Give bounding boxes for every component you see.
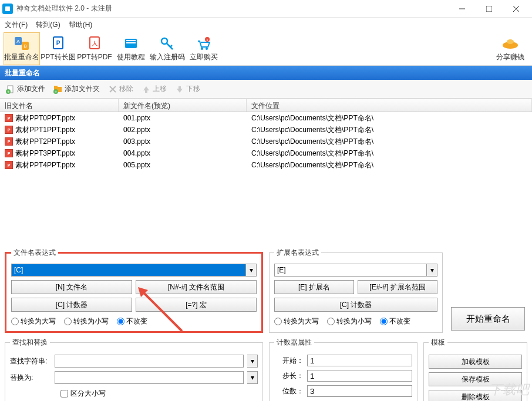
btn-insert-n[interactable]: [N] 文件名 xyxy=(11,280,132,294)
svg-text:A: A xyxy=(16,39,20,44)
table-header: 旧文件名 新文件名(预览) 文件位置 xyxy=(0,99,532,112)
svg-text:B: B xyxy=(23,43,26,49)
save-template-button[interactable]: 保存模板 xyxy=(429,372,522,386)
menu-file[interactable]: 文件(F) xyxy=(5,20,28,30)
svg-point-24 xyxy=(507,39,514,44)
section-title: 批量重命名 xyxy=(5,68,40,78)
tool-ppt-longimage[interactable]: P PPT转长图 xyxy=(40,32,76,65)
radio-ext-lower[interactable]: 转换为小写 xyxy=(327,316,372,326)
add-file-button[interactable]: + 添加文件 xyxy=(4,83,48,95)
extension-expression-legend: 扩展名表达式 xyxy=(274,248,321,258)
close-icon xyxy=(513,6,519,12)
move-up-button[interactable]: 上移 xyxy=(139,83,169,95)
filename-expression-input[interactable] xyxy=(11,264,246,277)
delete-template-button[interactable]: 删除模板 xyxy=(429,390,522,401)
extension-expression-group: 扩展名表达式 ▾ [E] 扩展名 [E#-#] 扩展名范围 [C] 计数器 转换… xyxy=(269,248,443,333)
maximize-icon xyxy=(486,6,492,12)
ppt-pdf-icon: 人 xyxy=(87,35,102,52)
extension-expression-dropdown[interactable]: ▾ xyxy=(427,264,437,277)
table-row[interactable]: P素材PPT1PPT.pptx002.pptxC:\Users\pc\Docum… xyxy=(0,124,532,136)
ppt-file-icon: P xyxy=(5,137,13,146)
ppt-file-icon: P xyxy=(5,114,13,122)
minimize-icon xyxy=(459,6,465,12)
ppt-file-icon: P xyxy=(5,161,13,169)
book-icon xyxy=(123,35,139,52)
replace-input[interactable] xyxy=(55,371,244,384)
action-bar: + 添加文件 + 添加文件夹 移除 上移 下移 xyxy=(0,80,532,99)
add-folder-button[interactable]: + 添加文件夹 xyxy=(51,83,102,95)
main-toolbar: AB 批量重命名 P PPT转长图 人 PPT转PDF 使用教程 输入注册码 1… xyxy=(0,32,532,66)
start-rename-button[interactable]: 开始重命名 xyxy=(451,307,525,331)
template-group: 模板 加载模板 保存模板 删除模板 xyxy=(423,338,527,401)
case-sensitive-label: 区分大小写 xyxy=(70,389,106,399)
menu-bar: 文件(F) 转到(G) 帮助(H) xyxy=(0,18,532,32)
radio-filename-keep[interactable]: 不改变 xyxy=(117,316,147,326)
btn-insert-macro[interactable]: [=?] 宏 xyxy=(136,298,257,312)
svg-rect-29 xyxy=(54,86,58,87)
menu-goto[interactable]: 转到(G) xyxy=(36,20,60,30)
col-location[interactable]: 文件位置 xyxy=(247,99,532,112)
radio-ext-upper[interactable]: 转换为大写 xyxy=(274,316,319,326)
filename-expression-dropdown[interactable]: ▾ xyxy=(246,264,257,277)
svg-rect-15 xyxy=(126,42,136,43)
table-row[interactable]: P素材PPT0PPT.pptx001.pptxC:\Users\pc\Docum… xyxy=(0,112,532,124)
key-icon xyxy=(160,35,175,52)
template-legend: 模板 xyxy=(429,338,447,348)
tool-share[interactable]: 分享赚钱 xyxy=(492,32,528,65)
radio-filename-upper[interactable]: 转换为大写 xyxy=(11,316,56,326)
counter-digits-input[interactable] xyxy=(307,385,412,397)
ppt-file-icon: P xyxy=(5,126,13,134)
svg-text:人: 人 xyxy=(92,41,98,46)
replace-label: 替换为: xyxy=(10,373,51,383)
svg-rect-0 xyxy=(5,6,10,11)
filename-expression-legend: 文件名表达式 xyxy=(11,248,58,258)
radio-filename-lower[interactable]: 转换为小写 xyxy=(64,316,109,326)
btn-insert-c-ext[interactable]: [C] 计数器 xyxy=(274,298,437,312)
counter-start-input[interactable] xyxy=(307,355,412,366)
maximize-button[interactable] xyxy=(476,0,503,18)
counter-group: 计数器属性 开始： 步长： 位数： xyxy=(269,338,417,401)
table-row[interactable]: P素材PPT2PPT.pptx003.pptxC:\Users\pc\Docum… xyxy=(0,136,532,147)
case-sensitive-checkbox[interactable] xyxy=(60,390,68,397)
tool-batch-rename[interactable]: AB 批量重命名 xyxy=(4,32,40,65)
svg-text:+: + xyxy=(55,89,58,94)
up-arrow-icon xyxy=(142,85,151,94)
btn-insert-e-range[interactable]: [E#-#] 扩展名范围 xyxy=(358,280,437,294)
col-new-name[interactable]: 新文件名(预览) xyxy=(119,99,247,112)
table-row[interactable]: P素材PPT4PPT.pptx005.pptxC:\Users\pc\Docum… xyxy=(0,159,532,171)
ppt-file-icon: P xyxy=(5,149,13,157)
extension-expression-input[interactable] xyxy=(274,264,427,277)
window-title: 神奇文档处理软件 2.0 - 未注册 xyxy=(16,4,449,14)
counter-digits-label: 位数： xyxy=(274,386,304,396)
add-file-icon: + xyxy=(6,85,15,94)
remove-icon xyxy=(108,85,117,94)
close-button[interactable] xyxy=(503,0,530,18)
menu-help[interactable]: 帮助(H) xyxy=(69,20,93,30)
tool-regcode[interactable]: 输入注册码 xyxy=(149,32,186,65)
find-replace-group: 查找和替换 查找字符串: ▾ 替换为: ▾ 区分大小写 xyxy=(5,338,263,401)
btn-insert-e[interactable]: [E] 扩展名 xyxy=(274,280,354,294)
radio-ext-keep[interactable]: 不改变 xyxy=(380,316,410,326)
svg-text:P: P xyxy=(56,40,60,46)
tool-buy[interactable]: 1 立即购买 xyxy=(186,32,222,65)
tool-ppt-pdf[interactable]: 人 PPT转PDF xyxy=(76,32,113,65)
replace-dropdown[interactable]: ▾ xyxy=(247,371,258,384)
svg-line-18 xyxy=(170,45,172,47)
find-input[interactable] xyxy=(55,355,244,368)
load-template-button[interactable]: 加载模板 xyxy=(429,355,522,369)
cart-icon: 1 xyxy=(196,35,211,52)
col-old-name[interactable]: 旧文件名 xyxy=(0,99,119,112)
remove-button[interactable]: 移除 xyxy=(106,83,136,95)
table-row[interactable]: P素材PPT3PPT.pptx004.pptxC:\Users\pc\Docum… xyxy=(0,147,532,159)
btn-insert-n-range[interactable]: [N#-#] 文件名范围 xyxy=(136,280,257,294)
down-arrow-icon xyxy=(175,85,184,94)
rename-icon: AB xyxy=(14,35,30,52)
find-dropdown[interactable]: ▾ xyxy=(247,355,258,368)
minimize-button[interactable] xyxy=(449,0,476,18)
svg-rect-2 xyxy=(486,6,492,12)
title-bar: 神奇文档处理软件 2.0 - 未注册 xyxy=(0,0,532,18)
tool-tutorial[interactable]: 使用教程 xyxy=(113,32,149,65)
move-down-button[interactable]: 下移 xyxy=(173,83,203,95)
btn-insert-c[interactable]: [C] 计数器 xyxy=(11,298,132,312)
counter-step-input[interactable] xyxy=(307,370,412,382)
